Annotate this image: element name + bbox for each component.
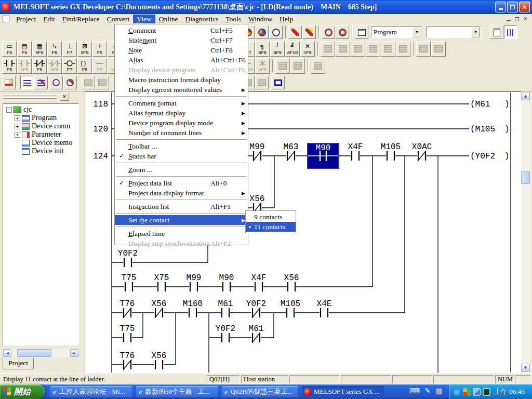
menu-item-alias[interactable]: AliasAlt+Ctrl+F6 <box>115 55 248 65</box>
toolbar-button-af8-g-corner2[interactable]: ╗aF8 <box>255 41 270 57</box>
toolbar-button-gray[interactable] <box>275 58 290 74</box>
menu-item-toolbar[interactable]: Toolbar ... <box>115 141 248 151</box>
menu-item-set-the-contact[interactable]: Set the contact▶ <box>115 215 248 225</box>
pad-icon[interactable]: ▦ <box>435 387 442 395</box>
toolbar-button-gray[interactable] <box>290 58 305 74</box>
tree-item-device-init[interactable]: Device init <box>3 147 78 155</box>
menu-item-device-program-display-mode[interactable]: Device program display mode▶ <box>115 118 248 128</box>
taskbar-button-3[interactable]: eQ02H的疑惑三菱工... <box>222 386 298 397</box>
mdi-minimize-button[interactable] <box>507 17 511 21</box>
menu-view[interactable]: View <box>133 15 155 23</box>
toolbar-button-gray[interactable] <box>416 41 431 57</box>
expand-box[interactable]: + <box>15 132 20 138</box>
toolbar-button-sf6-g-lines3[interactable]: ▦sF6 <box>32 41 47 57</box>
scroll-down-button[interactable]: ▼ <box>521 364 530 372</box>
menu-tools[interactable]: Tools <box>222 15 245 23</box>
toolbar-button-f9-c-hline[interactable]: F9 <box>92 58 107 74</box>
menu-item-project-data-list[interactable]: ✓Project data listAlt+0 <box>115 178 248 188</box>
ladder-contact-t75[interactable]: T75 <box>122 273 137 292</box>
toolbar-button-find-colors2[interactable] <box>255 25 269 39</box>
taskbar-button-2[interactable]: e最新的50个主题 - 工... <box>136 386 218 397</box>
tree-hscrollbar[interactable]: ◄ ► <box>3 349 78 357</box>
toolbar-button-f6-g-lines[interactable]: ▤F6 <box>17 41 32 57</box>
ladder-contact-m99[interactable]: M99 <box>187 273 202 292</box>
submenu-item-11-contacts[interactable]: ●11 contacts <box>246 222 296 232</box>
toolbar-button-gray[interactable] <box>381 41 395 57</box>
ladder-contact-x56[interactable]: X56 <box>284 273 299 292</box>
tray-display-icon[interactable] <box>473 388 481 396</box>
toolbar-button-gray[interactable] <box>255 76 269 89</box>
menu-item-status-bar[interactable]: ✓Status bar <box>115 151 248 161</box>
toolbar-button-ladder-color[interactable] <box>2 76 16 89</box>
toolbar-button-find-123[interactable] <box>269 25 283 39</box>
toolbar-button-f7-g-tbar[interactable]: ⊥F7 <box>62 41 77 57</box>
toolbar-button-gray[interactable] <box>336 41 350 57</box>
ladder-contact-x4e[interactable]: X4E <box>317 299 332 318</box>
collapse-box[interactable]: - <box>6 107 12 113</box>
toolbar-button-gray[interactable] <box>321 41 335 57</box>
toolbar-button-zoom-out[interactable] <box>322 25 335 39</box>
ladder-coil-m61[interactable]: (M61) <box>470 100 510 109</box>
pen-icon[interactable]: ✎ <box>424 387 431 395</box>
toolbar-button-gray[interactable] <box>366 41 380 57</box>
keyboard-icon[interactable]: ⌨ <box>409 387 420 395</box>
menu-diagnostics[interactable]: Diagnostics <box>181 15 222 23</box>
menu-online[interactable]: Online <box>155 15 182 23</box>
toolbar-button-zoom-in[interactable] <box>336 25 349 39</box>
ladder-contact-x75[interactable]: X75 <box>154 273 169 292</box>
tree-item-device-memo[interactable]: Device memo <box>3 139 78 147</box>
ladder-vscrollbar[interactable]: ▲ ▼ <box>521 91 530 373</box>
toolbar-button-f5-g-rect[interactable]: ▭F5 <box>2 41 17 57</box>
empty-combobox[interactable]: ▼ <box>426 26 481 38</box>
menu-item-number-of-comment-lines[interactable]: Number of comment lines▶ <box>115 128 248 138</box>
submenu-item-9-contacts[interactable]: 9 contacts <box>246 212 296 222</box>
scroll-thumb[interactable] <box>17 349 51 357</box>
toolbar-button-glass-red[interactable] <box>63 76 77 89</box>
toolbar-button-af10-g-cornerb2[interactable]: ╝aF10 <box>285 41 300 57</box>
ladder-contact-y0f2[interactable]: Y0F2 <box>216 324 235 343</box>
menu-project[interactable]: Project <box>12 15 39 23</box>
ladder-contact-x4f[interactable]: X4F <box>251 273 267 292</box>
tree-item-cjc[interactable]: -cjc <box>3 105 78 114</box>
toolbar-button-gray[interactable] <box>311 58 325 74</box>
toolbar-button-pencil-star[interactable] <box>302 25 316 39</box>
ladder-coil-m105[interactable]: (M105) <box>470 125 510 134</box>
restore-button[interactable] <box>507 2 518 12</box>
menu-item-display-current-monitored-values[interactable]: Display current monitored values▶ <box>115 85 248 95</box>
toolbar-button-f8-c-brace[interactable]: { }F8 <box>77 58 92 74</box>
panel-grip[interactable] <box>3 95 57 96</box>
mdi-close-button[interactable]: ✕ <box>523 17 528 22</box>
toolbar-button-tree-sel[interactable] <box>20 76 34 89</box>
scroll-right-button[interactable]: ► <box>70 349 78 357</box>
menu-help[interactable]: Help <box>276 15 297 23</box>
menu-find-replace[interactable]: Find/Replace <box>59 15 103 23</box>
menu-item-macro-instruction-format-display[interactable]: Macro instruction format display <box>115 75 248 85</box>
ladder-contact-m61[interactable]: M61 <box>218 299 233 318</box>
panel-grip[interactable] <box>3 97 57 99</box>
ladder-contact-m90[interactable]: M90 <box>219 273 234 292</box>
menu-item-comment-format[interactable]: Comment format▶ <box>115 98 248 108</box>
toolbar-button-sf5-g-xbox[interactable]: ⊠sF5 <box>77 41 92 57</box>
ladder-contact-t76[interactable]: T76 <box>120 351 135 370</box>
mdi-child-icon[interactable] <box>3 16 9 22</box>
menu-item-project-data-display-format[interactable]: Project data display format▶ <box>115 188 248 198</box>
panel-close-button[interactable]: ✕ <box>60 92 69 101</box>
menu-item-alias-format-display[interactable]: Alias format display▶ <box>115 108 248 118</box>
toolbar-button-gray[interactable] <box>351 41 365 57</box>
toolbar-button-sf6-c-nc[interactable]: sF6 <box>47 58 62 74</box>
ladder-contact-m61[interactable]: M61 <box>249 324 264 343</box>
toolbar-button-f7-c-coil[interactable]: F7 <box>62 58 77 74</box>
scroll-thumb[interactable] <box>521 171 530 184</box>
taskbar-button-4[interactable]: MELSOFT series GX ... <box>302 386 384 397</box>
close-button[interactable]: ✕ <box>519 2 530 12</box>
toolbar-button-cf9-g-x[interactable]: ✕cF9 <box>300 41 315 57</box>
ladder-contact-m105[interactable]: M105 <box>381 142 401 162</box>
toolbar-button-gray[interactable] <box>82 76 95 89</box>
menu-window[interactable]: Window <box>245 15 276 23</box>
toolbar-button-gray[interactable] <box>431 41 446 57</box>
toolbar-button-page-pencil[interactable] <box>490 25 503 39</box>
ladder-contact-t76[interactable]: T76 <box>120 299 135 318</box>
ladder-contact-y0f2[interactable]: Y0F2 <box>118 249 138 268</box>
ladder-contact-x56[interactable]: X56 <box>152 351 167 370</box>
ladder-contact-x56[interactable]: X56 <box>152 299 167 318</box>
